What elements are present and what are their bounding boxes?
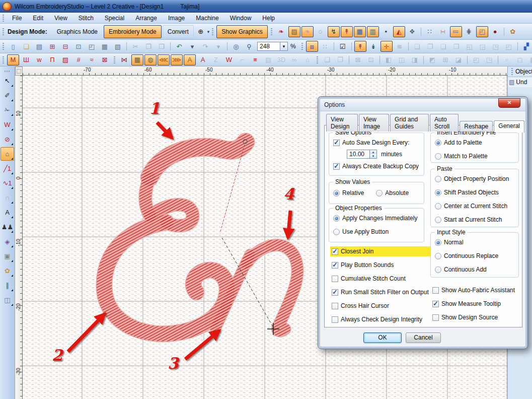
graphics-mode-button[interactable]: Graphics Mode (52, 25, 103, 38)
select-box-icon[interactable]: ▫ (501, 54, 513, 65)
radio-option[interactable]: Absolute (376, 189, 409, 196)
radio-option[interactable]: Shift Pasted Objects (435, 189, 518, 196)
space-horizontal-icon[interactable]: ◰ (470, 54, 482, 65)
undo-icon[interactable]: ↶ (173, 41, 185, 52)
close-button[interactable]: ✕ (498, 98, 520, 108)
hoop-globe-icon[interactable]: ⊕ (195, 26, 207, 37)
color-film-icon[interactable]: ≔ (450, 26, 462, 37)
tab-view-image[interactable]: View Image (359, 114, 389, 131)
align-middle-icon[interactable]: ⊞ (439, 54, 451, 65)
backup-checkbox[interactable]: Always Create Backup Copy (333, 163, 424, 170)
reshape-object-tool[interactable]: ✐ (1, 89, 14, 102)
paste-icon[interactable]: ❒ (156, 41, 168, 52)
combo-dropdown-icon[interactable]: ▼ (280, 42, 287, 50)
digitize-open-line-tool[interactable]: ╱1 (1, 162, 14, 175)
checkbox-option[interactable]: Closest Join (332, 248, 429, 255)
outlines-offsets-tool[interactable]: ▣ (1, 249, 14, 263)
radio-option[interactable]: Start at Current Stitch (435, 216, 518, 223)
satin-stitch-icon[interactable]: M (7, 54, 19, 65)
checkbox-option[interactable]: Show Auto-Fabric Assistant (432, 287, 515, 294)
dim-artwork-icon[interactable]: ◭ (393, 26, 405, 37)
lettering-tool[interactable]: A (1, 206, 14, 219)
dialog-title-bar[interactable]: Options (320, 99, 525, 111)
ungroup-icon[interactable]: ❐ (334, 54, 346, 65)
convert-button[interactable]: Convert (163, 25, 194, 38)
menu-stitch[interactable]: Stitch (73, 14, 99, 23)
select-object-tool[interactable]: ↖ (1, 74, 14, 88)
motif-fill-icon[interactable]: w (33, 54, 45, 65)
checkbox-option[interactable]: Always Check Design Integrity (332, 316, 429, 323)
auto-save-interval-spinner[interactable]: 10.00 ▲▼ (347, 150, 377, 159)
show-bitmaps-icon[interactable]: ▪ (380, 26, 392, 37)
merge-connector-icon[interactable]: ◰ (503, 41, 515, 52)
undo-list-item[interactable]: ▨ Und (508, 77, 532, 87)
break-connector-icon[interactable]: ◳ (490, 41, 502, 52)
tab-grid-and-guides[interactable]: Grid and Guides (390, 114, 429, 131)
menu-file[interactable]: File (7, 14, 27, 23)
print-preview-icon[interactable]: ◰ (86, 41, 98, 52)
show-guides-icon[interactable]: ▥ (367, 26, 379, 37)
radio-option[interactable]: Relative (333, 189, 364, 196)
zoom-1to1-icon[interactable]: ◎ (230, 41, 242, 52)
show-needle-points2-icon[interactable]: ↟ (354, 41, 366, 52)
e-stitch-icon[interactable]: Ш (20, 54, 32, 65)
ok-button[interactable]: OK (363, 332, 402, 343)
cut-icon[interactable]: ✂ (129, 41, 141, 52)
liquid-effect-icon[interactable]: A (197, 54, 209, 65)
show-hoop-icon[interactable]: ⧈ (306, 41, 318, 52)
flexi-split-icon[interactable]: ▨ (59, 54, 71, 65)
stitch-player-icon[interactable]: ⋕ (463, 26, 475, 37)
checkbox-option[interactable]: Show Design Source (432, 314, 515, 321)
reshape-box-icon[interactable]: ◻ (514, 54, 526, 65)
radio-option[interactable]: Normal (435, 239, 518, 246)
tab-general[interactable]: General (494, 120, 524, 132)
insert-design-icon[interactable]: ⊞ (46, 41, 58, 52)
stitch-spacing-icon[interactable]: ≡ (249, 54, 261, 65)
step-effect-icon[interactable]: ⌐ (236, 54, 248, 65)
new-design-icon[interactable]: ▯ (7, 41, 19, 52)
thread-colors-icon[interactable]: ● (489, 26, 501, 37)
checkbox-option[interactable]: Cumulative Stitch Count (332, 275, 429, 282)
show-stitch-angles-icon[interactable]: ↡ (367, 41, 379, 52)
trueview-toggle-icon[interactable]: ❧ (275, 26, 287, 37)
zoom-factor-combo[interactable]: 248 ▼ (257, 42, 288, 51)
copy-icon[interactable]: ❐ (142, 41, 155, 52)
export-design-icon[interactable]: ⊟ (59, 41, 71, 52)
zoom-tool-icon[interactable]: ⚲ (243, 41, 255, 52)
color-blending-tool[interactable]: ✿ (1, 264, 14, 278)
tatami-fill-icon[interactable]: Π (46, 54, 58, 65)
radio-option[interactable]: Apply Changes Immediately (333, 215, 424, 222)
show-connectors-icon[interactable]: ↯ (328, 26, 340, 37)
menu-help[interactable]: Help (257, 14, 280, 23)
star-fill-icon[interactable]: ⋘ (158, 54, 170, 65)
space-vertical-icon[interactable]: ◳ (483, 54, 495, 65)
radio-option[interactable]: Continuous Replace (435, 252, 518, 259)
product-visualizer-icon[interactable]: ❖ (406, 26, 418, 37)
spin-down-icon[interactable]: ▼ (370, 154, 376, 158)
digitize-run-tool[interactable]: ∿1 (1, 176, 14, 190)
show-graphics-button[interactable]: Show Graphics (216, 25, 267, 38)
globe-dropdown-icon[interactable]: ▾ (207, 29, 210, 34)
show-repeats-icon[interactable]: ∷ (319, 41, 331, 52)
show-outlines-icon[interactable]: ❧ (301, 26, 314, 37)
open-design-icon[interactable]: ❏ (20, 41, 32, 52)
wave-effect-icon[interactable]: W (223, 54, 235, 65)
show-penetrations-icon[interactable]: ◌ (315, 26, 327, 37)
menu-machine[interactable]: Machine (190, 14, 224, 23)
checkbox-option[interactable]: Show Measure Tooltip (432, 300, 515, 307)
spin-up-icon[interactable]: ▲ (370, 150, 376, 154)
tab-auto-scroll[interactable]: Auto Scroll (430, 114, 459, 131)
align-right-icon[interactable]: ◨ (409, 54, 421, 65)
trueview-glasses-icon[interactable]: ∞ (288, 54, 300, 65)
menu-arrange[interactable]: Arrange (130, 14, 163, 23)
save-design-icon[interactable]: ▤ (33, 41, 45, 52)
fabric-assistant-icon[interactable]: ✿ (507, 26, 519, 37)
menu-view[interactable]: View (49, 14, 73, 23)
freehand-embroidery-tool[interactable]: W (1, 118, 14, 131)
closest-join-toggle-icon[interactable]: ✛ (381, 41, 393, 52)
mirror-merge-tool[interactable]: ◫ (1, 293, 14, 307)
trim-connector-icon[interactable]: ❑ (437, 41, 449, 52)
hoop-layout-icon[interactable]: ▧ (112, 41, 124, 52)
menu-image[interactable]: Image (163, 14, 190, 23)
parallel-weave-tool[interactable]: ∥ (1, 279, 14, 292)
